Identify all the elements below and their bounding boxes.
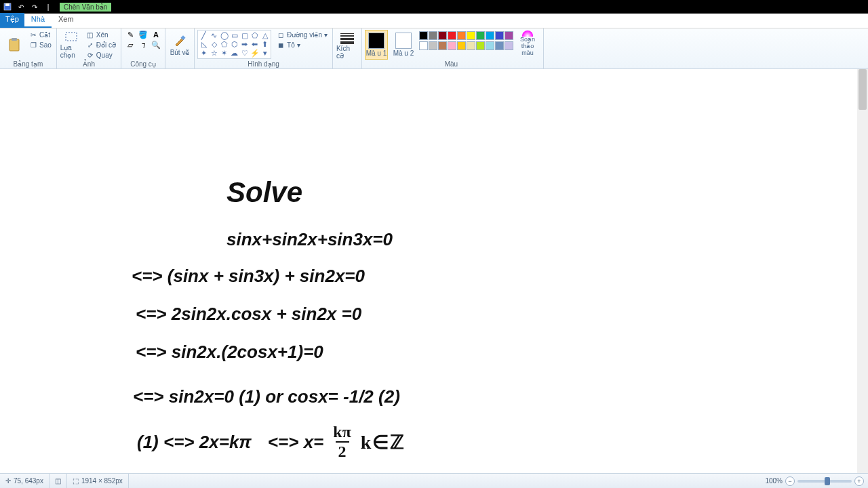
canvas-line-6c: k∈ℤ — [361, 431, 406, 453]
eraser-tool-icon[interactable]: ▱ — [124, 40, 136, 49]
zoom-in-button[interactable]: + — [854, 476, 864, 486]
shape-star6-icon[interactable]: ✶ — [219, 49, 229, 58]
zoom-out-button[interactable]: − — [785, 476, 795, 486]
color-swatch[interactable] — [476, 31, 485, 40]
color1-button[interactable]: Mà u 1 — [365, 30, 388, 60]
shape-triangle-icon[interactable]: △ — [260, 31, 270, 40]
size-label: Kích cỡ — [336, 45, 358, 60]
color-swatch[interactable] — [457, 31, 466, 40]
shape-fill-button[interactable]: ◼Tô ▾ — [275, 40, 330, 49]
scrollbar-thumb[interactable] — [859, 69, 867, 110]
svg-rect-4 — [66, 33, 77, 41]
select-button[interactable]: Lựa chọn — [60, 30, 83, 60]
shape-hexagon-icon[interactable]: ⬡ — [229, 40, 239, 49]
shape-arrowu-icon[interactable]: ⬆ — [260, 40, 270, 49]
color-swatch[interactable] — [457, 41, 466, 50]
canvas-line-3: <=> 2sin2x.cosx + sin2x =0 — [136, 304, 361, 325]
resize-icon: ⤢ — [86, 41, 94, 49]
shape-more-icon[interactable]: ▾ — [260, 49, 270, 58]
zoom-slider-thumb[interactable] — [825, 477, 830, 485]
crop-label: Xén — [96, 31, 108, 39]
group-image: Lựa chọn ◫Xén ⤢Đổi cỡ ⟳Quay Ảnh — [57, 28, 121, 68]
edit-colors-button[interactable]: Soạn thảo màu — [517, 30, 538, 57]
fraction-numerator: kπ — [333, 423, 351, 441]
paste-button[interactable] — [3, 30, 26, 60]
color-swatch[interactable] — [495, 41, 504, 50]
color-swatch[interactable] — [448, 41, 456, 50]
shape-gallery[interactable]: ╱ ∿ ◯ ▭ ▢ ⬠ △ ◺ ◇ ⬠ ⬡ ➡ ⬅ ⬆ ✦ ☆ ✶ ☁ ♡ ⚡ — [197, 30, 271, 59]
group-label-image: Ảnh — [60, 60, 118, 68]
color-swatch[interactable] — [476, 41, 485, 50]
color-swatch[interactable] — [467, 31, 475, 40]
text-tool-icon[interactable]: A — [150, 30, 162, 39]
shape-roundrect-icon[interactable]: ▢ — [239, 31, 250, 40]
shape-bolt-icon[interactable]: ⚡ — [250, 49, 260, 58]
color-swatch[interactable] — [438, 41, 447, 50]
canvas-line-6b: <=> x= — [268, 432, 323, 453]
undo-icon[interactable]: ↶ — [15, 1, 27, 12]
cut-button[interactable]: ✂Cắt — [27, 30, 54, 39]
color-swatch[interactable] — [495, 31, 504, 40]
title-bar: ↶ ↷ | Chèn Văn bản — [0, 0, 868, 14]
redo-icon[interactable]: ↷ — [28, 1, 41, 12]
shape-star4-icon[interactable]: ✦ — [199, 49, 209, 58]
color-swatch[interactable] — [429, 41, 437, 50]
color-swatch[interactable] — [429, 31, 437, 40]
ribbon-tabs: Tệp Nhà Xem — [0, 14, 868, 28]
fill-label: Tô — [287, 41, 295, 49]
group-label-shapes: Hình dạng — [197, 60, 330, 68]
shape-rtriangle-icon[interactable]: ◺ — [199, 40, 209, 49]
save-icon[interactable] — [1, 1, 14, 12]
brushes-button[interactable]: Bút vẽ — [168, 30, 191, 60]
tab-home[interactable]: Nhà — [24, 13, 52, 28]
color-swatch[interactable] — [486, 41, 494, 50]
shape-heart-icon[interactable]: ♡ — [239, 49, 250, 58]
group-label-brushes — [168, 60, 191, 68]
tab-view[interactable]: Xem — [52, 13, 81, 28]
color-swatch[interactable] — [486, 31, 494, 40]
pencil-tool-icon[interactable]: ✎ — [124, 30, 136, 39]
color-swatch[interactable] — [505, 41, 513, 50]
shape-star5-icon[interactable]: ☆ — [209, 49, 219, 58]
color1-label: Mà u 1 — [366, 49, 387, 57]
shape-arrowl-icon[interactable]: ⬅ — [250, 40, 260, 49]
color-swatch[interactable] — [419, 41, 428, 50]
zoom-slider[interactable] — [797, 480, 852, 483]
rotate-button[interactable]: ⟳Quay — [84, 50, 118, 60]
canvas-line-5: <=> sin2x=0 (1) or cosx= -1/2 (2) — [133, 386, 400, 407]
ribbon: ✂Cắt ❐Sao Bảng tạm Lựa chọn ◫Xén ⤢Đổi cỡ… — [0, 28, 868, 69]
shape-callout-icon[interactable]: ☁ — [229, 49, 239, 58]
shape-rect-icon[interactable]: ▭ — [229, 31, 239, 40]
status-cursor-pos: ✛ 75, 643px — [0, 474, 50, 489]
shape-oval-icon[interactable]: ◯ — [219, 31, 229, 40]
shape-diamond-icon[interactable]: ◇ — [209, 40, 219, 49]
shape-line-icon[interactable]: ╱ — [199, 31, 209, 40]
copy-button[interactable]: ❐Sao — [27, 40, 54, 49]
color-swatch[interactable] — [467, 41, 475, 50]
tab-file[interactable]: Tệp — [0, 13, 24, 28]
vertical-scrollbar[interactable] — [857, 69, 868, 473]
crop-button[interactable]: ◫Xén — [84, 30, 118, 39]
outline-icon: ◻ — [277, 30, 285, 39]
fill-icon: ◼ — [277, 41, 285, 49]
color2-button[interactable]: Mà u 2 — [392, 30, 415, 60]
shape-polygon-icon[interactable]: ⬠ — [250, 31, 260, 40]
shape-arrowr-icon[interactable]: ➡ — [239, 40, 250, 49]
color-swatch[interactable] — [438, 31, 447, 40]
shape-pentagon-icon[interactable]: ⬠ — [219, 40, 229, 49]
shape-curve-icon[interactable]: ∿ — [209, 31, 219, 40]
brush-icon — [172, 33, 187, 48]
status-bar: ✛ 75, 643px ◫ ⬚ 1914 × 852px 100% − + — [0, 473, 868, 488]
magnifier-tool-icon[interactable]: 🔍 — [150, 40, 162, 49]
color-swatch[interactable] — [505, 31, 513, 40]
size-button[interactable]: Kích cỡ — [336, 30, 359, 60]
color-swatch[interactable] — [419, 31, 428, 40]
fill-tool-icon[interactable]: 🪣 — [137, 30, 149, 39]
group-colors: Mà u 1 Mà u 2 Soạn thảo màu Màu — [362, 28, 544, 68]
canvas[interactable]: Solve sinx+sin2x+sin3x=0 <=> (sinx + sin… — [0, 69, 868, 469]
picker-tool-icon[interactable]: ⁊ — [137, 40, 149, 49]
resize-button[interactable]: ⤢Đổi cỡ — [84, 40, 118, 49]
select-icon — [64, 30, 79, 43]
color-swatch[interactable] — [448, 31, 456, 40]
shape-outline-button[interactable]: ◻Đường viền ▾ — [275, 30, 330, 39]
